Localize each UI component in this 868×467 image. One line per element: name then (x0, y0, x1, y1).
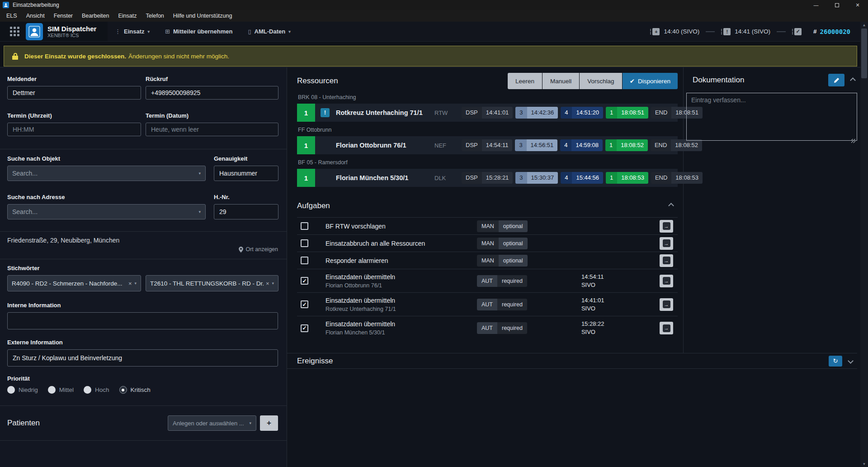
nav-mitteiler-uebernehmen[interactable]: ⊞ Mitteiler übernehmen (165, 28, 232, 35)
task-checkbox-checked[interactable]: ✓ (301, 324, 308, 332)
status-chip-1: 118:08:52 (605, 139, 648, 151)
time-created-badge: + 14:40 (SIVO) (650, 28, 699, 35)
collapse-icon[interactable] (668, 203, 674, 209)
objekt-search-select[interactable]: Search...▾ (7, 166, 206, 181)
minimize-button[interactable]: — (806, 0, 826, 10)
page-scrollbar[interactable]: ▲ ▼ (860, 22, 868, 467)
open-task-button[interactable]: → (660, 237, 673, 250)
radio-niedrig[interactable]: Niedrig (7, 386, 38, 394)
menu-els[interactable]: ELS (2, 13, 22, 19)
interne-information-input[interactable] (7, 312, 278, 329)
rueckruf-input[interactable] (146, 86, 278, 100)
termin-datum-label: Termin (Datum) (146, 112, 278, 119)
menu-einsatz[interactable]: Einsatz (114, 13, 142, 19)
leeren-button[interactable]: Leeren (508, 73, 542, 89)
radio-icon (84, 386, 91, 394)
stichwort-chip[interactable]: R4090 - RD2 - Schmerzen - Nachforde... ×… (7, 275, 141, 291)
scroll-up-icon[interactable]: ▲ (860, 22, 868, 28)
radio-kritisch[interactable]: Kritisch (119, 386, 151, 394)
task-resource: Rotkreuz Unterhaching 71/1 (326, 305, 477, 313)
collapse-icon[interactable] (850, 77, 856, 83)
patienten-section: Patienten Anlegen oder auswählen ...▾ + (7, 406, 278, 440)
edit-entry-button[interactable] (828, 74, 844, 86)
menu-ansicht[interactable]: Ansicht (22, 13, 49, 19)
documentation-entry-textarea[interactable] (686, 93, 857, 141)
check-icon: ✓ (302, 325, 307, 331)
kebab-icon: ⋮ (115, 28, 121, 35)
externe-information-input[interactable] (7, 349, 278, 367)
disponieren-button[interactable]: ✔Disponieren (623, 73, 678, 89)
task-checkbox[interactable] (301, 222, 308, 230)
termin-uhrzeit-input[interactable] (7, 123, 141, 136)
open-task-button[interactable]: → (660, 298, 673, 311)
task-checkbox-checked[interactable]: ✓ (301, 277, 308, 285)
radio-hoch[interactable]: Hoch (84, 386, 109, 394)
time-created: 14:40 (SIVO) (664, 28, 699, 35)
menu-bearbeiten[interactable]: Bearbeiten (77, 13, 113, 19)
close-button[interactable]: ✕ (847, 0, 868, 10)
banner-text: Änderungen sind nicht mehr möglich. (128, 53, 229, 60)
termin-datum-input[interactable] (146, 123, 278, 136)
chevron-down-icon: ▾ (198, 210, 201, 214)
resource-row[interactable]: 1 Florian Ottobrunn 76/1 NEF DSP14:54:11… (297, 136, 678, 154)
time-alarm: 14:41 (SIVO) (735, 28, 770, 35)
resize-handle[interactable] (851, 139, 855, 143)
patient-select[interactable]: Anlegen oder auswählen ...▾ (168, 415, 256, 431)
clock-alert-icon[interactable]: ! (723, 28, 731, 35)
app-grid-icon[interactable] (10, 27, 19, 36)
app-subtitle: XENBIT® ICS (47, 33, 96, 38)
add-patient-button[interactable]: + (260, 415, 278, 431)
incident-number: 26000020 (820, 28, 850, 35)
clock-add-icon[interactable]: + (652, 28, 660, 35)
expand-icon[interactable] (848, 358, 854, 364)
termin-uhrzeit-label: Termin (Uhrzeit) (7, 112, 141, 119)
maximize-button[interactable] (826, 0, 847, 10)
nav-einsatz-menu[interactable]: ⋮ Einsatz▾ (115, 28, 150, 35)
stichwort-chip[interactable]: T2610 - THL RETTUNGSKORB - RD - Dr... × … (146, 275, 278, 291)
open-task-button[interactable]: → (660, 254, 673, 267)
menu-fenster[interactable]: Fenster (49, 13, 77, 19)
adresse-search-select[interactable]: Search...▾ (7, 204, 206, 219)
vorschlag-button[interactable]: Vorschlag (580, 73, 622, 89)
nav-aml-daten[interactable]: ▯ AML-Daten▾ (248, 28, 290, 35)
chevron-down-icon: ▾ (249, 421, 251, 425)
hausnummer-input[interactable]: 29 (214, 204, 278, 219)
manuell-button[interactable]: Manuell (542, 73, 579, 89)
radio-icon (48, 386, 56, 394)
resource-row[interactable]: 1 ! Rotkreuz Unterhaching 71/1 RTW DSP14… (297, 104, 678, 122)
genauigkeit-value[interactable]: Hausnummer (214, 166, 278, 181)
menu-hilfe[interactable]: Hilfe und Unterstützung (169, 13, 237, 19)
open-task-button[interactable]: → (660, 275, 673, 287)
open-task-button[interactable]: → (660, 322, 673, 334)
scroll-down-icon[interactable]: ▼ (860, 461, 868, 467)
task-mode-chip: MANoptional (477, 255, 528, 267)
task-checkbox[interactable] (301, 257, 308, 264)
resource-type: RTW (434, 110, 462, 116)
task-row: Einsatzabbruch an alle Ressourcen MANopt… (297, 235, 678, 252)
check-icon: ✓ (302, 278, 307, 284)
resource-row[interactable]: 1 Florian München 5/30/1 DLK DSP15:28:21… (297, 169, 678, 187)
ort-anzeigen-link[interactable]: Ort anzeigen (7, 246, 278, 253)
task-row: BF RTW vorschlagen MANoptional → (297, 218, 678, 235)
remove-icon[interactable]: × (266, 280, 269, 287)
resource-group-label: BF 05 - Ramersdorf (298, 159, 678, 166)
task-mode-chip: AUTrequired (477, 299, 527, 310)
task-timestamp: 14:41:01SIVO (527, 296, 660, 313)
menu-telefon[interactable]: Telefon (142, 13, 169, 19)
documentation-title: Dokumentation (693, 76, 828, 85)
resource-name: Rotkreuz Unterhaching 71/1 (336, 109, 434, 116)
remove-icon[interactable]: × (128, 280, 132, 287)
open-task-button[interactable]: → (660, 220, 673, 233)
status-chip-4: 415:44:56 (561, 172, 603, 184)
resource-type: DLK (434, 175, 462, 181)
refresh-events-button[interactable]: ↻ (829, 356, 842, 367)
hash-icon: # (813, 28, 817, 35)
meldender-input[interactable] (7, 86, 141, 100)
radio-mittel[interactable]: Mittel (48, 386, 74, 394)
task-checkbox-checked[interactable]: ✓ (301, 300, 308, 308)
clock-check-icon[interactable]: ✓ (794, 28, 802, 35)
scrollbar-thumb[interactable] (861, 29, 867, 78)
task-checkbox[interactable] (301, 239, 308, 247)
status-chip-1: 118:08:51 (606, 107, 648, 119)
separator (777, 31, 786, 32)
